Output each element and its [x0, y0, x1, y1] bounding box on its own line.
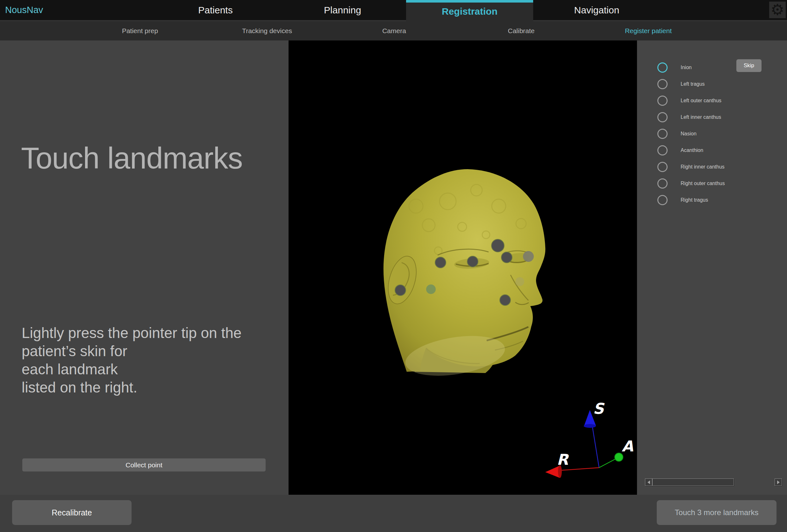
landmark-dot-nasion: [491, 239, 504, 252]
radio-acanthion[interactable]: [657, 145, 667, 155]
landmark-row-left-outer-canthus: Left outer canthus: [637, 92, 787, 109]
bottom-bar: Recalibrate Touch 3 more landmarks: [0, 495, 787, 532]
top-bar: NousNav Patients Planning Registration N…: [0, 0, 787, 20]
step-calibrate[interactable]: Calibrate: [458, 21, 585, 40]
landmark-row-right-tragus: Right tragus: [637, 192, 787, 208]
scrollbar-thumb[interactable]: [652, 478, 734, 486]
horizontal-scrollbar: [645, 478, 782, 486]
landmark-row-inion: Inion: [637, 59, 787, 76]
settings-button[interactable]: ⚙: [769, 2, 786, 18]
landmark-dot-left-outer-canthus: [435, 257, 446, 268]
landmark-row-nasion: Nasion: [637, 126, 787, 142]
collect-point-button[interactable]: Collect point: [22, 459, 265, 471]
instructions-line-4: listed on the right.: [22, 379, 241, 397]
gear-icon: ⚙: [770, 2, 784, 18]
scroll-right-icon: [777, 481, 780, 484]
landmark-dot-left-cheek-faint: [426, 284, 436, 294]
landmark-dot-acanthion: [500, 295, 511, 305]
landmark-dot-right-outer-canthus: [523, 251, 534, 262]
step-tracking-devices[interactable]: Tracking devices: [204, 21, 331, 40]
radio-left-tragus[interactable]: [657, 79, 667, 89]
radio-right-outer-canthus[interactable]: [657, 178, 667, 189]
scrollbar-left-button[interactable]: [645, 478, 652, 486]
radio-nasion[interactable]: [657, 129, 667, 139]
head-model-render: S A R: [289, 40, 637, 495]
scroll-left-icon: [647, 481, 650, 484]
page-title: Touch landmarks: [21, 141, 243, 175]
scrollbar-right-button[interactable]: [774, 478, 782, 486]
axis-label-right: R: [557, 451, 569, 468]
instruction-panel: Touch landmarks Lightly press the pointe…: [0, 40, 289, 495]
instructions-line-1: Lightly press the pointer tip on the: [22, 324, 241, 342]
step-register-patient[interactable]: Register patient: [585, 21, 712, 40]
landmark-row-left-inner-canthus: Left inner canthus: [637, 109, 787, 126]
step-camera[interactable]: Camera: [331, 21, 458, 40]
app-window: NousNav Patients Planning Registration N…: [0, 0, 787, 532]
tab-patients[interactable]: Patients: [152, 0, 279, 20]
landmark-dot-left-tragus: [395, 285, 406, 296]
landmark-dot-nose-side-faint: [515, 277, 524, 286]
landmark-dot-left-inner-canthus: [467, 256, 478, 267]
instructions-text: Lightly press the pointer tip on the pat…: [22, 324, 241, 397]
axis-label-superior: S: [593, 400, 605, 417]
radio-right-tragus[interactable]: [657, 195, 667, 205]
radio-right-inner-canthus[interactable]: [657, 162, 667, 172]
landmark-row-right-inner-canthus: Right inner canthus: [637, 158, 787, 175]
instructions-line-2: patient’s skin for: [22, 342, 241, 360]
radio-inion[interactable]: [657, 62, 667, 72]
radio-left-outer-canthus[interactable]: [657, 95, 667, 106]
main-tabs: Patients Planning Registration Navigatio…: [152, 0, 660, 20]
tab-navigation[interactable]: Navigation: [533, 0, 660, 20]
touch-more-landmarks-button[interactable]: Touch 3 more landmarks: [657, 500, 777, 525]
landmark-panel: Inion Left tragus Left outer canthus Lef…: [637, 40, 787, 495]
axis-label-anterior: A: [622, 438, 634, 455]
recalibrate-button[interactable]: Recalibrate: [12, 500, 131, 525]
landmark-list: Inion Left tragus Left outer canthus Lef…: [637, 59, 787, 208]
app-logo: NousNav: [5, 0, 43, 20]
tab-planning[interactable]: Planning: [279, 0, 406, 20]
main-area: Touch landmarks Lightly press the pointe…: [0, 40, 787, 495]
3d-viewport[interactable]: S A R: [289, 40, 637, 495]
radio-left-inner-canthus[interactable]: [657, 112, 667, 122]
skip-button[interactable]: Skip: [736, 59, 762, 72]
orientation-axes: S A R: [545, 400, 634, 478]
step-patient-prep[interactable]: Patient prep: [77, 21, 204, 40]
tab-registration[interactable]: Registration: [406, 0, 533, 20]
registration-step-nav: Patient prep Tracking devices Camera Cal…: [0, 20, 787, 40]
landmark-row-left-tragus: Left tragus: [637, 76, 787, 92]
instructions-line-3: each landmark: [22, 360, 241, 379]
landmark-row-right-outer-canthus: Right outer canthus: [637, 175, 787, 192]
landmark-dot-right-inner-canthus: [501, 252, 512, 263]
landmark-row-acanthion: Acanthion: [637, 142, 787, 158]
